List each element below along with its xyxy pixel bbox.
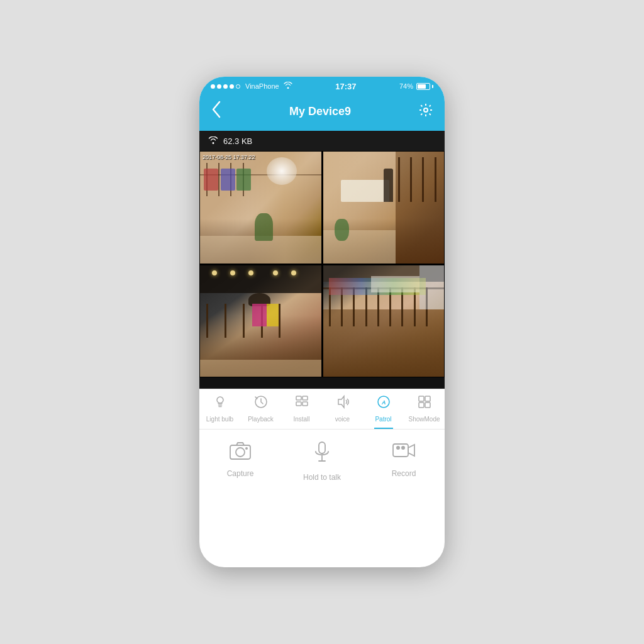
- patrol-icon: A: [376, 394, 391, 413]
- action-bar: Capture Hold to talk: [199, 429, 445, 496]
- svg-rect-11: [425, 396, 430, 401]
- light-bulb-icon: [213, 394, 228, 413]
- svg-rect-17: [319, 442, 325, 453]
- tab-playback-label: Playback: [248, 416, 274, 423]
- signal-dot-1: [211, 84, 215, 89]
- tab-light-bulb[interactable]: Light bulb: [199, 394, 240, 423]
- camera-icon: [229, 441, 252, 464]
- tab-patrol-label: Patrol: [375, 416, 391, 423]
- camera-timestamp: 2017-08-25 17:37:22: [203, 154, 255, 160]
- wifi-icon: [284, 82, 292, 91]
- microphone-icon: [313, 441, 331, 468]
- phone-frame: VinaPhone 17:37 74%: [199, 77, 445, 567]
- wifi-signal-icon: [208, 135, 218, 147]
- video-icon: [392, 441, 416, 464]
- camera-cell-4[interactable]: [322, 264, 445, 377]
- status-left: VinaPhone: [211, 82, 292, 91]
- hold-to-talk-label: Hold to talk: [303, 473, 341, 482]
- tab-bar: Light bulb Playback Insta: [199, 389, 445, 429]
- svg-rect-3: [296, 396, 301, 400]
- svg-rect-4: [303, 396, 308, 400]
- tab-voice[interactable]: voice: [322, 394, 363, 423]
- svg-rect-12: [419, 402, 424, 408]
- signal-dot-4: [230, 84, 234, 89]
- status-right: 74%: [399, 82, 433, 90]
- camera-cell-1[interactable]: 2017-08-25 17:37:22: [199, 151, 322, 264]
- camera-cell-2[interactable]: [322, 151, 445, 264]
- svg-rect-20: [393, 444, 408, 457]
- camera-grid[interactable]: 2017-08-25 17:37:22: [199, 151, 445, 377]
- status-bar: VinaPhone 17:37 74%: [199, 77, 445, 94]
- capture-button[interactable]: Capture: [199, 441, 281, 482]
- signal-dot-2: [217, 84, 221, 89]
- svg-rect-5: [296, 402, 301, 406]
- tab-showmode-label: ShowMode: [408, 416, 440, 423]
- info-bar: 62.3 KB: [199, 131, 445, 151]
- signal-dot-3: [223, 84, 228, 89]
- svg-point-21: [396, 446, 400, 450]
- settings-icon[interactable]: [418, 103, 433, 121]
- signal-dot-5: [236, 84, 240, 89]
- tab-showmode[interactable]: ShowMode: [404, 394, 445, 423]
- svg-point-0: [424, 108, 428, 112]
- tab-playback[interactable]: Playback: [240, 394, 281, 423]
- bottom-bar: [199, 377, 445, 389]
- hold-to-talk-button[interactable]: Hold to talk: [281, 441, 363, 482]
- svg-rect-6: [303, 402, 308, 406]
- camera-cell-3[interactable]: [199, 264, 322, 377]
- svg-point-22: [401, 446, 405, 450]
- page-title: My Device9: [289, 105, 351, 118]
- tab-voice-label: voice: [335, 416, 350, 423]
- tab-light-bulb-label: Light bulb: [206, 416, 233, 423]
- carrier-name: VinaPhone: [245, 82, 279, 90]
- svg-point-16: [245, 447, 248, 450]
- svg-marker-7: [338, 396, 344, 408]
- svg-point-1: [217, 397, 223, 403]
- data-size-label: 62.3 KB: [223, 136, 252, 146]
- playback-icon: [253, 394, 269, 413]
- back-button[interactable]: [211, 101, 222, 122]
- battery-percent: 74%: [399, 82, 413, 90]
- svg-rect-13: [425, 402, 430, 408]
- svg-point-15: [236, 448, 245, 457]
- install-icon: [294, 394, 309, 413]
- voice-icon: [335, 394, 350, 413]
- battery-icon: [416, 83, 433, 90]
- app-header: My Device9: [199, 94, 445, 131]
- tab-patrol[interactable]: A Patrol: [363, 394, 404, 423]
- status-time: 17:37: [335, 82, 356, 91]
- tab-install[interactable]: Install: [281, 394, 322, 423]
- record-label: Record: [392, 469, 416, 478]
- showmode-icon: [417, 394, 432, 413]
- svg-text:A: A: [381, 399, 386, 406]
- record-button[interactable]: Record: [363, 441, 445, 482]
- tab-install-label: Install: [293, 416, 309, 423]
- svg-rect-10: [419, 396, 424, 401]
- capture-label: Capture: [227, 469, 254, 478]
